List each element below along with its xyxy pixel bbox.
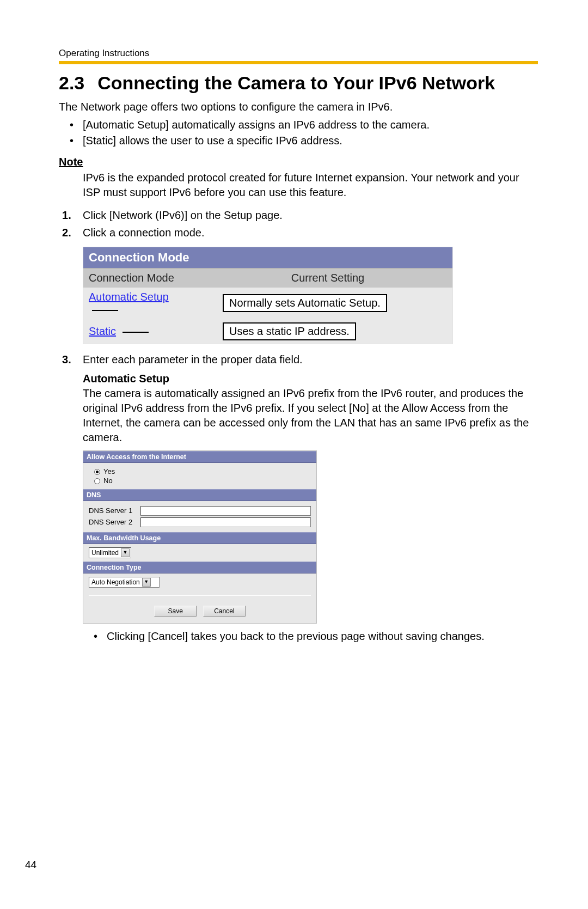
note-body: IPv6 is the expanded protocol created fo… [83, 170, 538, 200]
settings-form-figure: Allow Access from the Internet Yes No DN… [83, 450, 317, 624]
connection-mode-row: Automatic Setup Normally sets Automatic … [83, 288, 452, 319]
dns1-input[interactable] [140, 506, 311, 516]
radio-label: Yes [103, 467, 115, 475]
automatic-setup-heading: Automatic Setup [83, 373, 538, 385]
connection-mode-figure: Connection Mode Connection Mode Current … [83, 247, 453, 344]
divider [89, 595, 311, 596]
dns2-label: DNS Server 2 [89, 518, 140, 526]
allow-no-radio[interactable]: No [94, 477, 311, 485]
dropdown-arrow-icon: ▼ [142, 578, 151, 587]
cancel-button[interactable]: Cancel [203, 606, 246, 617]
callout-connector [122, 332, 149, 333]
bandwidth-value: Unlimited [91, 549, 119, 557]
connection-type-select[interactable]: Auto Negotiation ▼ [89, 577, 160, 588]
static-callout: Uses a static IP address. [223, 322, 356, 340]
automatic-setup-text: The camera is automatically assigned an … [83, 386, 538, 445]
dropdown-arrow-icon: ▼ [121, 548, 130, 557]
dns1-label: DNS Server 1 [89, 507, 140, 515]
steps-list-cont: Enter each parameter in the proper data … [59, 352, 538, 367]
step-item: Click a connection mode. [59, 225, 538, 240]
page-number: 44 [25, 859, 36, 871]
bandwidth-select[interactable]: Unlimited ▼ [89, 547, 131, 558]
intro-text: The Network page offers two options to c… [59, 100, 538, 114]
section-bandwidth: Max. Bandwidth Usage [83, 532, 316, 544]
radio-selected-icon [94, 469, 100, 475]
note-heading: Note [59, 156, 538, 168]
bullet-item: Clicking [Cancel] takes you back to the … [83, 629, 538, 644]
col-current-setting: Current Setting [203, 268, 452, 288]
section-dns: DNS [83, 489, 316, 501]
section-allow-access: Allow Access from the Internet [83, 451, 316, 463]
save-button[interactable]: Save [154, 606, 197, 617]
header-rule [59, 61, 538, 64]
automatic-setup-link[interactable]: Automatic Setup [89, 291, 169, 303]
running-head: Operating Instructions [59, 48, 538, 59]
section-number: 2.3 [59, 72, 84, 94]
static-link[interactable]: Static [89, 325, 116, 337]
bullet-item: [Automatic Setup] automatically assigns … [59, 118, 538, 132]
radio-unselected-icon [94, 478, 100, 484]
connection-mode-title: Connection Mode [83, 247, 452, 268]
automatic-setup-callout: Normally sets Automatic Setup. [223, 294, 387, 312]
section-title: Connecting the Camera to Your IPv6 Netwo… [97, 72, 495, 93]
section-heading: 2.3Connecting the Camera to Your IPv6 Ne… [59, 72, 538, 94]
col-connection-mode: Connection Mode [83, 268, 203, 288]
step-item: Click [Network (IPv6)] on the Setup page… [59, 208, 538, 223]
step-item: Enter each parameter in the proper data … [59, 352, 538, 367]
connection-mode-header-row: Connection Mode Current Setting [83, 268, 452, 288]
connection-type-value: Auto Negotiation [91, 578, 140, 586]
steps-list: Click [Network (IPv6)] on the Setup page… [59, 208, 538, 240]
callout-connector [92, 310, 118, 311]
dns2-input[interactable] [140, 517, 311, 527]
radio-label: No [103, 477, 113, 485]
bullet-item: [Static] allows the user to use a specif… [59, 133, 538, 148]
post-figure-bullets: Clicking [Cancel] takes you back to the … [83, 629, 538, 644]
section-connection-type: Connection Type [83, 562, 316, 574]
allow-yes-radio[interactable]: Yes [94, 467, 311, 475]
connection-mode-row: Static Uses a static IP address. [83, 319, 452, 344]
intro-bullets: [Automatic Setup] automatically assigns … [59, 118, 538, 148]
